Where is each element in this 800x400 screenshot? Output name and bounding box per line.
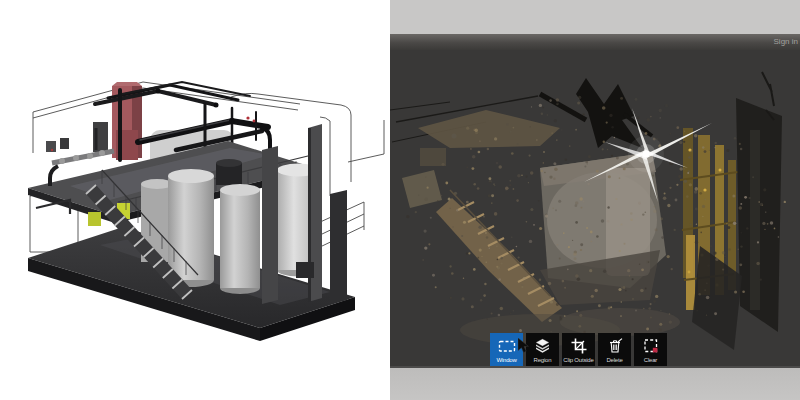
crop-icon (571, 335, 587, 357)
bim-model-panel[interactable] (0, 0, 390, 400)
layers-icon (534, 335, 551, 357)
clip-outside-button-label: Clip Outside (563, 357, 593, 364)
yellow-pump (88, 212, 101, 226)
point-cloud-panel: Sign in (390, 0, 800, 400)
clear-button[interactable]: Clear (634, 333, 667, 366)
top-strip (390, 0, 800, 34)
dark-drum-top (216, 159, 242, 185)
point-cloud-viewport[interactable]: Window Region (390, 50, 800, 366)
viewer-titlebar: Sign in (390, 34, 800, 50)
bim-model-canvas[interactable] (0, 0, 390, 400)
sign-in-link[interactable]: Sign in (774, 37, 798, 46)
trash-icon (607, 335, 623, 357)
point-cloud-canvas (390, 50, 800, 366)
app-window: Sign in (0, 0, 800, 400)
clear-button-label: Clear (644, 357, 657, 364)
region-button-label: Region (534, 357, 552, 364)
scan-canopy (418, 110, 560, 148)
window-button-label: Window (496, 357, 516, 364)
scan-tanks (540, 152, 666, 305)
delete-button[interactable]: Delete (598, 333, 631, 366)
wall-equipment (46, 138, 69, 152)
window-dashed-rect-icon (498, 335, 516, 357)
tank (220, 184, 260, 294)
scan-ground2 (560, 308, 680, 336)
clipping-toolbar: Window Region (490, 333, 667, 366)
clip-outside-button[interactable]: Clip Outside (562, 333, 595, 366)
bottom-strip (390, 366, 800, 400)
tank (168, 169, 214, 287)
delete-button-label: Delete (606, 357, 622, 364)
window-button[interactable]: Window (490, 333, 523, 366)
clear-selection-icon (643, 335, 659, 357)
dark-pipe-silhouettes (540, 78, 652, 148)
tan-patch-left (402, 170, 442, 208)
region-button[interactable]: Region (526, 333, 559, 366)
